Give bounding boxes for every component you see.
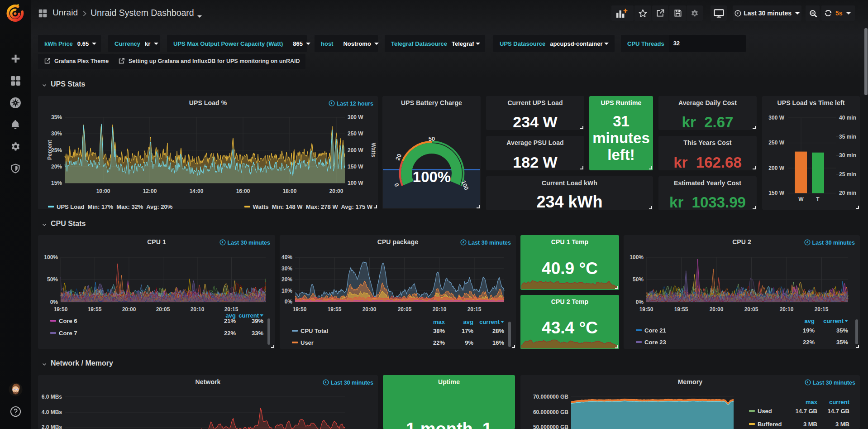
- svg-text:20: 20: [394, 153, 403, 161]
- svg-text:100%: 100%: [413, 169, 451, 185]
- svg-text:50: 50: [429, 135, 435, 142]
